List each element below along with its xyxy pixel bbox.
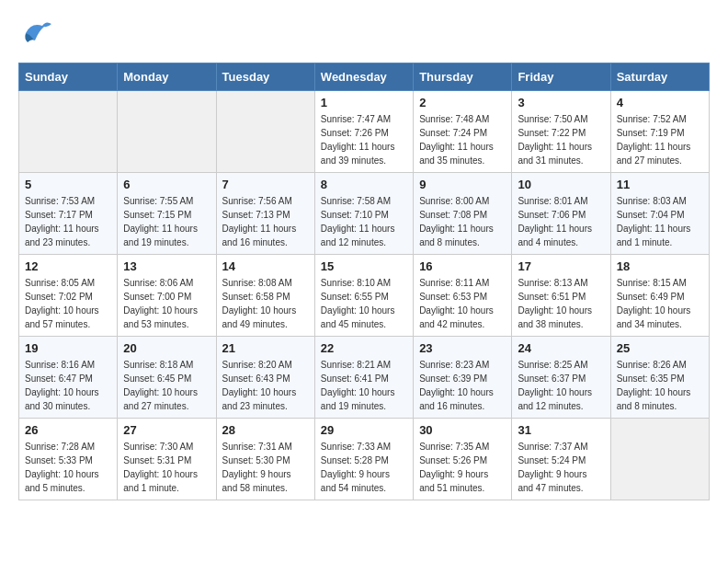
day-info: Sunrise: 7:58 AM Sunset: 7:10 PM Dayligh… [321,194,407,249]
day-number: 20 [123,341,210,355]
day-number: 8 [321,178,407,191]
table-row: 16Sunrise: 8:11 AM Sunset: 6:53 PM Dayli… [414,255,512,337]
day-number: 12 [25,259,111,273]
day-number: 5 [25,178,111,191]
day-number: 24 [518,341,604,355]
day-number: 23 [419,341,506,355]
day-info: Sunrise: 7:37 AM Sunset: 5:24 PM Dayligh… [518,440,604,495]
table-row: 13Sunrise: 8:06 AM Sunset: 7:00 PM Dayli… [118,255,216,337]
table-row: 27Sunrise: 7:30 AM Sunset: 5:31 PM Dayli… [118,419,216,500]
day-number: 6 [123,178,210,191]
day-number: 7 [222,178,309,191]
day-number: 14 [222,259,309,273]
day-info: Sunrise: 7:48 AM Sunset: 7:24 PM Dayligh… [419,112,506,167]
day-info: Sunrise: 7:31 AM Sunset: 5:30 PM Dayligh… [222,440,309,495]
day-info: Sunrise: 8:13 AM Sunset: 6:51 PM Dayligh… [518,276,604,331]
table-row [216,91,314,173]
table-row: 29Sunrise: 7:33 AM Sunset: 5:28 PM Dayli… [314,419,413,500]
calendar-week-row: 26Sunrise: 7:28 AM Sunset: 5:33 PM Dayli… [19,419,710,500]
col-sunday: Sunday [19,63,118,91]
day-info: Sunrise: 7:33 AM Sunset: 5:28 PM Dayligh… [321,440,407,495]
table-row: 8Sunrise: 7:58 AM Sunset: 7:10 PM Daylig… [314,173,413,255]
col-monday: Monday [118,63,216,91]
day-info: Sunrise: 8:26 AM Sunset: 6:35 PM Dayligh… [617,358,703,413]
day-info: Sunrise: 8:11 AM Sunset: 6:53 PM Dayligh… [419,276,506,331]
day-number: 19 [25,341,111,355]
day-number: 27 [123,423,210,437]
day-number: 18 [617,259,703,273]
day-number: 9 [419,178,506,191]
table-row: 3Sunrise: 7:50 AM Sunset: 7:22 PM Daylig… [512,91,610,173]
day-info: Sunrise: 8:21 AM Sunset: 6:41 PM Dayligh… [321,358,407,413]
table-row: 25Sunrise: 8:26 AM Sunset: 6:35 PM Dayli… [610,337,709,419]
table-row: 2Sunrise: 7:48 AM Sunset: 7:24 PM Daylig… [414,91,512,173]
day-info: Sunrise: 7:53 AM Sunset: 7:17 PM Dayligh… [25,194,111,249]
day-number: 15 [321,259,407,273]
day-number: 3 [518,96,604,109]
day-info: Sunrise: 7:50 AM Sunset: 7:22 PM Dayligh… [518,112,604,167]
day-info: Sunrise: 7:55 AM Sunset: 7:15 PM Dayligh… [123,194,210,249]
day-info: Sunrise: 8:10 AM Sunset: 6:55 PM Dayligh… [321,276,407,331]
day-info: Sunrise: 8:20 AM Sunset: 6:43 PM Dayligh… [222,358,309,413]
table-row: 9Sunrise: 8:00 AM Sunset: 7:08 PM Daylig… [414,173,512,255]
day-info: Sunrise: 7:56 AM Sunset: 7:13 PM Dayligh… [222,194,309,249]
calendar-week-row: 12Sunrise: 8:05 AM Sunset: 7:02 PM Dayli… [19,255,710,337]
col-thursday: Thursday [414,63,512,91]
table-row: 21Sunrise: 8:20 AM Sunset: 6:43 PM Dayli… [216,337,314,419]
calendar: Sunday Monday Tuesday Wednesday Thursday… [18,63,710,500]
table-row: 15Sunrise: 8:10 AM Sunset: 6:55 PM Dayli… [314,255,413,337]
table-row: 19Sunrise: 8:16 AM Sunset: 6:47 PM Dayli… [19,337,118,419]
table-row: 14Sunrise: 8:08 AM Sunset: 6:58 PM Dayli… [216,255,314,337]
day-info: Sunrise: 8:18 AM Sunset: 6:45 PM Dayligh… [123,358,210,413]
day-number: 10 [518,178,604,191]
day-number: 22 [321,341,407,355]
day-info: Sunrise: 7:30 AM Sunset: 5:31 PM Dayligh… [123,440,210,495]
logo [18,15,55,50]
table-row [19,91,118,173]
day-info: Sunrise: 8:00 AM Sunset: 7:08 PM Dayligh… [419,194,506,249]
header [18,15,710,50]
day-info: Sunrise: 8:03 AM Sunset: 7:04 PM Dayligh… [617,194,703,249]
day-number: 28 [222,423,309,437]
day-number: 4 [617,96,703,109]
col-friday: Friday [512,63,610,91]
day-number: 26 [25,423,111,437]
table-row [610,419,709,500]
table-row: 11Sunrise: 8:03 AM Sunset: 7:04 PM Dayli… [610,173,709,255]
table-row: 30Sunrise: 7:35 AM Sunset: 5:26 PM Dayli… [414,419,512,500]
calendar-week-row: 1Sunrise: 7:47 AM Sunset: 7:26 PM Daylig… [19,91,710,173]
col-tuesday: Tuesday [216,63,314,91]
table-row: 10Sunrise: 8:01 AM Sunset: 7:06 PM Dayli… [512,173,610,255]
day-info: Sunrise: 8:05 AM Sunset: 7:02 PM Dayligh… [25,276,111,331]
day-info: Sunrise: 8:25 AM Sunset: 6:37 PM Dayligh… [518,358,604,413]
table-row: 17Sunrise: 8:13 AM Sunset: 6:51 PM Dayli… [512,255,610,337]
calendar-header-row: Sunday Monday Tuesday Wednesday Thursday… [19,63,710,91]
table-row: 22Sunrise: 8:21 AM Sunset: 6:41 PM Dayli… [314,337,413,419]
day-info: Sunrise: 7:35 AM Sunset: 5:26 PM Dayligh… [419,440,506,495]
day-number: 29 [321,423,407,437]
table-row: 5Sunrise: 7:53 AM Sunset: 7:17 PM Daylig… [19,173,118,255]
col-saturday: Saturday [610,63,709,91]
calendar-week-row: 19Sunrise: 8:16 AM Sunset: 6:47 PM Dayli… [19,337,710,419]
page: Sunday Monday Tuesday Wednesday Thursday… [0,0,728,515]
table-row: 7Sunrise: 7:56 AM Sunset: 7:13 PM Daylig… [216,173,314,255]
table-row: 6Sunrise: 7:55 AM Sunset: 7:15 PM Daylig… [118,173,216,255]
day-info: Sunrise: 7:28 AM Sunset: 5:33 PM Dayligh… [25,440,111,495]
day-number: 13 [123,259,210,273]
day-number: 16 [419,259,506,273]
day-number: 17 [518,259,604,273]
day-info: Sunrise: 8:23 AM Sunset: 6:39 PM Dayligh… [419,358,506,413]
table-row: 24Sunrise: 8:25 AM Sunset: 6:37 PM Dayli… [512,337,610,419]
table-row: 31Sunrise: 7:37 AM Sunset: 5:24 PM Dayli… [512,419,610,500]
day-number: 30 [419,423,506,437]
day-info: Sunrise: 8:06 AM Sunset: 7:00 PM Dayligh… [123,276,210,331]
table-row: 1Sunrise: 7:47 AM Sunset: 7:26 PM Daylig… [314,91,413,173]
day-number: 25 [617,341,703,355]
calendar-week-row: 5Sunrise: 7:53 AM Sunset: 7:17 PM Daylig… [19,173,710,255]
logo-icon [18,15,53,50]
table-row: 28Sunrise: 7:31 AM Sunset: 5:30 PM Dayli… [216,419,314,500]
day-number: 2 [419,96,506,109]
day-number: 1 [321,96,407,109]
day-info: Sunrise: 8:16 AM Sunset: 6:47 PM Dayligh… [25,358,111,413]
table-row: 23Sunrise: 8:23 AM Sunset: 6:39 PM Dayli… [414,337,512,419]
